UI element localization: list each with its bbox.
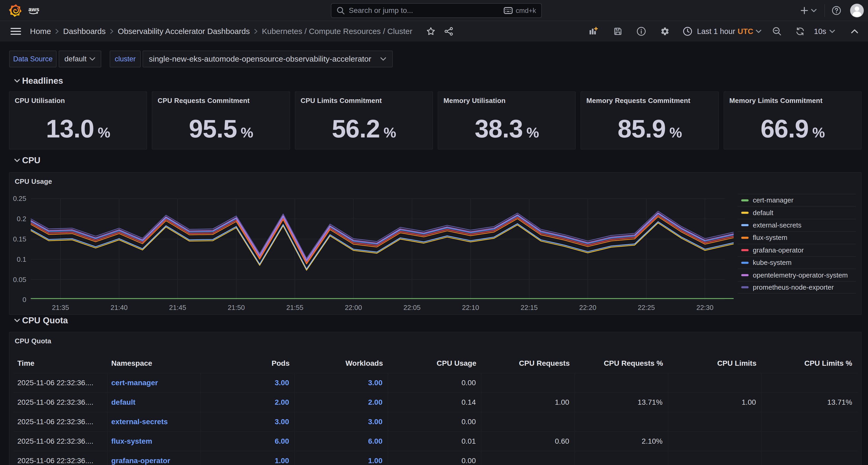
svg-text:21:40: 21:40 bbox=[111, 303, 128, 312]
svg-text:22:30: 22:30 bbox=[696, 303, 713, 312]
svg-text:22:15: 22:15 bbox=[521, 303, 538, 312]
svg-text:22:05: 22:05 bbox=[403, 303, 421, 312]
svg-text:21:50: 21:50 bbox=[228, 303, 245, 312]
svg-text:0.05: 0.05 bbox=[13, 276, 26, 284]
svg-text:22:25: 22:25 bbox=[638, 303, 655, 312]
svg-text:21:45: 21:45 bbox=[169, 303, 186, 312]
svg-text:21:55: 21:55 bbox=[286, 303, 303, 312]
svg-text:22:00: 22:00 bbox=[345, 303, 362, 312]
svg-text:22:20: 22:20 bbox=[579, 303, 596, 312]
svg-text:21:35: 21:35 bbox=[52, 303, 69, 312]
svg-text:aws: aws bbox=[28, 6, 39, 12]
svg-text:22:10: 22:10 bbox=[462, 303, 479, 312]
svg-text:0.15: 0.15 bbox=[13, 235, 26, 243]
svg-text:0.1: 0.1 bbox=[17, 255, 26, 263]
svg-text:0.25: 0.25 bbox=[13, 195, 26, 202]
svg-text:0: 0 bbox=[23, 296, 26, 303]
svg-text:0.2: 0.2 bbox=[17, 215, 26, 223]
